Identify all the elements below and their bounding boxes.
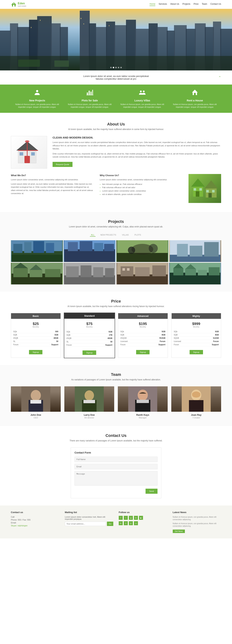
mig-feat-2: SQB8GB (174, 333, 219, 336)
svg-rect-61 (206, 190, 209, 192)
nav-home[interactable]: Home (149, 3, 155, 6)
svg-rect-60 (208, 193, 212, 198)
filter-plots[interactable]: PLOTS (133, 234, 142, 237)
svg-point-2 (13, 3, 14, 4)
contact-sub: There are many variations of passages of… (11, 440, 221, 442)
svg-rect-102 (123, 268, 125, 271)
request-quote-button[interactable]: Request Quote (53, 162, 73, 167)
footer-news-item-1: Nullam et rhoncus ipsum, con gravida pur… (173, 516, 221, 521)
email-field (75, 464, 157, 469)
about-para2: Drite cuuntur informatim koi ass, impose… (53, 152, 221, 158)
footer-skype[interactable]: Skype: ralphdogee (11, 524, 60, 527)
message-input[interactable] (75, 471, 157, 486)
name-field (75, 456, 157, 462)
price-section: Price At lorem Ipsum available, but the … (0, 292, 232, 365)
price-standard: Standard $75 Monthly SQb5GB SQB1TB #SQB4… (64, 313, 115, 358)
social-linkedin[interactable]: in (119, 521, 123, 525)
svg-rect-112 (198, 270, 207, 276)
svg-rect-98 (105, 268, 114, 277)
footer-social-title: Follow us (119, 511, 167, 514)
about-lower: What We Do? Lorem ipsum dolor consectetu… (11, 174, 221, 203)
logo[interactable]: Eden real estate (11, 2, 26, 7)
hero-dot-5[interactable] (120, 67, 122, 68)
project-thumb-5[interactable] (11, 263, 63, 284)
contact-form: Contact Form Send (71, 448, 161, 498)
project-thumb-7[interactable] (116, 263, 168, 284)
nav-about[interactable]: About Us (170, 3, 179, 6)
projects-sub: Lorem ipsum dolor sit amet, consectetur … (11, 226, 221, 228)
svg-rect-101 (121, 266, 133, 276)
advanced-signup-button[interactable]: Signup (136, 350, 149, 354)
svg-rect-67 (33, 241, 44, 253)
team-john-role: CEO (11, 416, 61, 419)
navbar: Eden real estate Home Services About Us … (0, 0, 232, 9)
svg-rect-97 (93, 267, 103, 277)
price-basic-period: Monthly (13, 326, 58, 328)
filter-all[interactable]: ALL (90, 234, 96, 237)
mighty-signup-button[interactable]: Signup (190, 350, 203, 354)
feature-icon-handshake (118, 89, 167, 98)
svg-rect-32 (81, 18, 81, 19)
social-twitter[interactable]: t (124, 516, 128, 520)
nav-price[interactable]: Price (193, 3, 198, 6)
project-thumb-8[interactable] (169, 263, 221, 284)
why-item-1: two minuam punge ac. Fab volumas efficac… (102, 182, 183, 186)
social-google[interactable]: g (129, 516, 133, 520)
social-rss[interactable]: ▶ (139, 516, 143, 520)
nav-team[interactable]: Team (202, 3, 207, 6)
why-choose-us: Why Choose Us? Lorem ipsum dolor consect… (100, 174, 183, 203)
svg-marker-59 (204, 180, 218, 188)
social-in1[interactable]: in (134, 516, 138, 520)
svg-rect-30 (31, 27, 32, 28)
hero-dot-2[interactable] (113, 67, 114, 68)
std-feat-1: SQb5GB (66, 330, 112, 333)
standard-signup-button[interactable]: Signup (83, 350, 96, 355)
name-input[interactable] (75, 456, 157, 462)
project-thumb-6[interactable] (64, 263, 116, 284)
filter-villas[interactable]: VILLAS (121, 234, 130, 237)
mig-feat-3: SQGB512GB (174, 336, 219, 340)
project-thumb-3[interactable] (116, 240, 168, 262)
nav-services[interactable]: Services (159, 3, 167, 6)
svg-rect-38 (90, 92, 92, 95)
email-input[interactable] (75, 464, 157, 469)
hero-dot-3[interactable] (115, 67, 117, 68)
mig-feat-1: SQb5GB (174, 330, 219, 333)
footer-mailing: Mailing list Lorem ipsum dolor consectet… (65, 511, 113, 533)
price-standard-period: Monthly (66, 326, 112, 328)
social-other[interactable]: o (134, 521, 138, 525)
price-basic-features: SQb500 SQB5GB #SQB40GB SL50 ForumSupport (13, 330, 58, 346)
svg-rect-71 (64, 249, 115, 262)
get-news-button[interactable]: Get News (173, 530, 185, 533)
nav-projects[interactable]: Projects (182, 3, 190, 6)
svg-rect-74 (94, 243, 103, 251)
hero-dot-4[interactable] (118, 67, 119, 68)
svg-rect-69 (12, 255, 62, 262)
team-larry-role: Art director (64, 416, 114, 419)
tagline-section: Lorem Ipsum dolor sit amet, ea eum labtu… (0, 70, 232, 84)
social-facebook[interactable]: f (119, 516, 123, 520)
svg-rect-104 (135, 267, 150, 276)
nav-contact[interactable]: Contact Us (210, 3, 221, 6)
filter-new[interactable]: NEW PROJECTS (99, 234, 117, 237)
project-thumb-4[interactable] (169, 240, 221, 262)
basic-signup-button[interactable]: Signup (29, 350, 42, 354)
std-feat-5: ForumSupport (66, 344, 112, 347)
svg-rect-62 (212, 190, 214, 192)
about-design-title: CLEAN AND MODERN DESIGN. (53, 136, 221, 139)
social-pinterest[interactable]: p (129, 521, 133, 525)
project-thumb-1[interactable] (11, 240, 63, 262)
scroll-up-arrow[interactable]: ⌃ (218, 76, 221, 80)
price-basic-header: Basic (11, 313, 61, 319)
social-vimeo[interactable]: V (124, 521, 128, 525)
footer-mail-btn[interactable]: Go (107, 522, 113, 526)
price-sub: At lorem Ipsum available, but the majori… (11, 305, 221, 308)
send-button[interactable]: Send (146, 489, 157, 494)
svg-rect-121 (84, 400, 95, 403)
hero-dot-1[interactable] (110, 67, 112, 68)
project-thumb-2[interactable] (64, 240, 116, 262)
price-advanced-period: Monthly (120, 326, 165, 328)
team-joan-photo (171, 386, 221, 412)
svg-rect-57 (199, 188, 202, 191)
footer-mail-input[interactable] (65, 522, 106, 526)
